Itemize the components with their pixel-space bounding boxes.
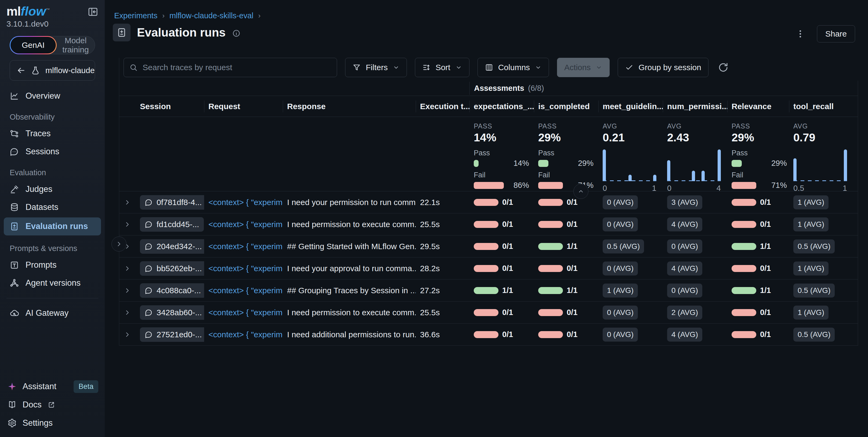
score-histogram bbox=[603, 148, 656, 181]
sidebar-collapse-icon[interactable] bbox=[88, 6, 98, 17]
row-expander[interactable] bbox=[119, 265, 135, 272]
column-header-session[interactable]: Session bbox=[135, 96, 204, 117]
sort-button[interactable]: Sort bbox=[415, 58, 469, 77]
table-row[interactable]: 27521ed0-...<context> { "experimeI need … bbox=[119, 324, 858, 346]
table-row[interactable]: 3428ab60-...<context> { "experimeI need … bbox=[119, 301, 858, 324]
summary-metric-label: AVG bbox=[603, 122, 661, 130]
chevron-down-icon bbox=[535, 64, 542, 71]
overflow-menu-button[interactable] bbox=[796, 29, 805, 39]
session-cell: 3428ab60-... bbox=[135, 305, 204, 320]
breadcrumb-experiments[interactable]: Experiments bbox=[114, 11, 157, 20]
assessment-cell: 4 (AVG) bbox=[663, 328, 727, 342]
filters-button[interactable]: Filters bbox=[345, 58, 407, 77]
group-by-session-button[interactable]: Group by session bbox=[618, 58, 708, 77]
sidebar-item-datasets[interactable]: Datasets bbox=[0, 198, 105, 216]
sidebar-item-evaluation-runs[interactable]: Evaluation runs bbox=[4, 217, 101, 235]
speech-bubble-icon bbox=[145, 198, 153, 206]
session-link[interactable]: 3428ab60-... bbox=[140, 305, 204, 320]
request-cell[interactable]: <context> { "experime bbox=[204, 242, 283, 251]
table-row[interactable]: 204ed342-...<context> { "experime## Gett… bbox=[119, 235, 858, 258]
row-expander[interactable] bbox=[119, 287, 135, 294]
fail-score-bar bbox=[732, 199, 756, 206]
footer-item-settings[interactable]: Settings bbox=[7, 414, 98, 432]
session-link[interactable]: 4c088ca0-... bbox=[140, 283, 204, 298]
table-row[interactable]: 4c088ca0-...<context> { "experime## Grou… bbox=[119, 280, 858, 301]
column-header-expectations-[interactable]: expectations_... bbox=[469, 96, 534, 117]
summary-metric-value: 0.79 bbox=[793, 131, 856, 144]
column-header-meet-guidelin-[interactable]: meet_guidelin... bbox=[598, 96, 663, 117]
session-link[interactable]: 27521ed0-... bbox=[140, 327, 204, 342]
row-expander[interactable] bbox=[119, 221, 135, 228]
assessment-cell: 0/1 bbox=[469, 264, 534, 273]
expand-panel-button[interactable] bbox=[112, 236, 126, 252]
execution-time-cell: 27.2s bbox=[416, 286, 469, 295]
summary-cell-tool-recall: AVG0.790.51 bbox=[789, 117, 858, 191]
column-header-request[interactable]: Request bbox=[204, 96, 283, 117]
table-row[interactable]: 0f781df8-4...<context> { "experimeI need… bbox=[119, 191, 858, 213]
share-button[interactable]: Share bbox=[817, 25, 855, 42]
pass-percent: 14% bbox=[514, 159, 529, 168]
session-link[interactable]: 0f781df8-4... bbox=[140, 195, 204, 210]
refresh-icon[interactable] bbox=[718, 62, 729, 73]
request-cell[interactable]: <context> { "experime bbox=[204, 220, 283, 229]
score-value: 0/1 bbox=[502, 264, 513, 273]
breadcrumb-experiment-name[interactable]: mlflow-claude-skills-eval bbox=[169, 11, 253, 20]
session-link[interactable]: fd1cdd45-... bbox=[140, 217, 204, 232]
column-header-relevance[interactable]: Relevance bbox=[727, 96, 789, 117]
assessment-cell: 0.5 (AVG) bbox=[789, 328, 858, 342]
session-link[interactable]: 204ed342-... bbox=[140, 239, 204, 254]
search-input[interactable] bbox=[142, 63, 332, 72]
session-link[interactable]: bb5262eb-... bbox=[140, 261, 204, 276]
info-icon[interactable] bbox=[232, 29, 241, 38]
collapse-summary-button[interactable] bbox=[574, 184, 588, 199]
sidebar-item-judges[interactable]: Judges bbox=[0, 180, 105, 198]
footer-item-docs[interactable]: Docs bbox=[7, 396, 98, 414]
summary-empty-cell bbox=[135, 117, 204, 191]
row-expander[interactable] bbox=[119, 199, 135, 206]
pass-bar bbox=[732, 160, 742, 167]
tab-genai[interactable]: GenAI bbox=[10, 37, 56, 54]
session-cell: bb5262eb-... bbox=[135, 261, 204, 276]
row-expander[interactable] bbox=[119, 309, 135, 316]
request-cell[interactable]: <context> { "experime bbox=[204, 198, 283, 207]
sidebar-item-agent-versions[interactable]: Agent versions bbox=[0, 274, 105, 292]
fail-percent: 71% bbox=[771, 181, 787, 190]
column-header-tool-recall[interactable]: tool_recall bbox=[789, 96, 858, 117]
column-header-execution-t-[interactable]: Execution t... bbox=[416, 96, 469, 117]
sidebar-item-overview[interactable]: Overview bbox=[0, 87, 105, 105]
avg-value-badge: 4 (AVG) bbox=[667, 262, 702, 275]
table-row[interactable]: bb5262eb-...<context> { "experimeI need … bbox=[119, 258, 858, 280]
sidebar-item-ai-gateway[interactable]: AI Gateway bbox=[0, 304, 105, 322]
request-cell[interactable]: <context> { "experime bbox=[204, 286, 283, 295]
search-box[interactable] bbox=[124, 58, 337, 77]
sidebar-item-prompts[interactable]: Prompts bbox=[0, 256, 105, 274]
experiment-selector[interactable]: mlflow-claude-sk... bbox=[10, 60, 95, 81]
avg-value-badge: 1 (AVG) bbox=[793, 305, 829, 320]
sidebar-item-sessions[interactable]: Sessions bbox=[0, 143, 105, 161]
assessment-cell: 0 (AVG) bbox=[598, 217, 663, 231]
columns-button[interactable]: Columns bbox=[477, 58, 549, 77]
axis-max-label: 1 bbox=[843, 184, 847, 191]
request-cell[interactable]: <context> { "experime bbox=[204, 264, 283, 273]
request-cell[interactable]: <context> { "experime bbox=[204, 330, 283, 339]
score-value: 1/1 bbox=[760, 242, 771, 251]
sidebar-item-traces[interactable]: Traces bbox=[0, 125, 105, 143]
assessment-cell: 0/1 bbox=[469, 242, 534, 251]
score-value: 0/1 bbox=[502, 198, 513, 207]
table-row[interactable]: fd1cdd45-...<context> { "experimeI need … bbox=[119, 213, 858, 235]
search-icon bbox=[129, 63, 138, 72]
actions-button[interactable]: Actions bbox=[557, 58, 610, 77]
column-header-is-completed[interactable]: is_completed bbox=[534, 96, 598, 117]
column-header-num-permissi-[interactable]: num_permissi... bbox=[663, 96, 727, 117]
footer-item-label: Settings bbox=[23, 418, 53, 428]
score-value: 0/1 bbox=[567, 198, 578, 207]
request-cell[interactable]: <context> { "experime bbox=[204, 308, 283, 317]
summary-empty-cell bbox=[416, 117, 469, 191]
legend-pass-label: Pass bbox=[732, 149, 787, 157]
tab-model-training[interactable]: Model training bbox=[56, 36, 95, 54]
column-header-response[interactable]: Response bbox=[283, 96, 416, 117]
evaluation-runs-title-icon bbox=[113, 24, 130, 41]
arrow-left-icon bbox=[17, 66, 26, 75]
row-expander[interactable] bbox=[119, 331, 135, 338]
footer-item-assistant[interactable]: AssistantBeta bbox=[7, 377, 98, 396]
